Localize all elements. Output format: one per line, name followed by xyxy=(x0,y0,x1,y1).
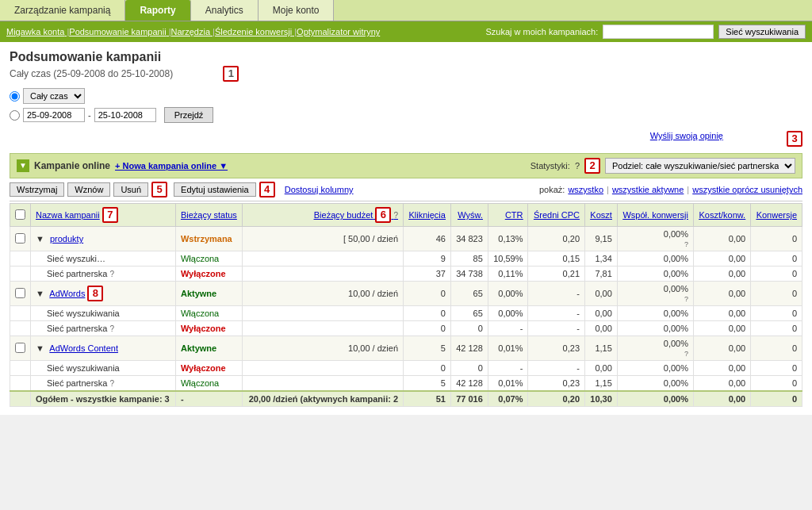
subrow-budget-cell xyxy=(243,306,404,321)
campaign-konw-cell: 0 xyxy=(751,336,802,361)
stats-help-icon[interactable]: ? xyxy=(575,161,580,171)
campaign-name-link[interactable]: AdWords xyxy=(49,289,85,298)
campaign-wk-cell: 0,00%? xyxy=(617,227,693,251)
show-not-deleted-link[interactable]: wszystkie oprócz usuniętych xyxy=(692,185,802,194)
tab-raporty[interactable]: Raporty xyxy=(125,0,190,21)
search-input[interactable] xyxy=(603,25,714,39)
opinion-link[interactable]: Wyślij swoją opinię xyxy=(650,131,723,147)
table-row: Sieć wyszukiwania Wyłączone 0 0 - - 0,00… xyxy=(10,361,802,376)
pause-button[interactable]: Wstrzymaj xyxy=(10,182,64,197)
subrow-ctr-cell: 10,59% xyxy=(488,251,528,267)
col-wysw[interactable]: Wyśw. xyxy=(450,204,488,227)
help-icon[interactable]: ? xyxy=(109,324,114,333)
subrow-status-cell: Włączona xyxy=(175,376,242,392)
col-status[interactable]: Bieżący status xyxy=(175,204,242,227)
edit-settings-button[interactable]: Edytuj ustawienia xyxy=(174,182,256,197)
status-badge: Włączona xyxy=(181,254,219,263)
subrow-cpc-cell: 0,23 xyxy=(528,376,585,392)
subrow-konw-cell: 0 xyxy=(751,267,802,282)
annotation-2: 2 xyxy=(584,158,600,174)
annotation-6: 6 xyxy=(375,207,391,223)
row-checkbox-cell xyxy=(10,336,31,361)
campaign-budget-cell: 10,00 / dzień xyxy=(243,336,404,361)
tab-analytics[interactable]: Analytics xyxy=(191,0,259,21)
col-konw[interactable]: Konwersje xyxy=(751,204,802,227)
campaign-budget-cell: [ 50,00 / dzień xyxy=(243,227,404,251)
sec-nav-link-migawka[interactable]: Migawka konta xyxy=(6,27,69,36)
help-icon[interactable]: ? xyxy=(109,270,114,278)
subrow-klik-cell: 37 xyxy=(404,267,451,282)
campaign-name-cell: ▼ AdWords 8 xyxy=(31,282,176,306)
date-start-input[interactable] xyxy=(23,108,85,122)
campaign-wysw-cell: 42 128 xyxy=(450,336,488,361)
subrow-ctr-cell: 0,00% xyxy=(488,306,528,321)
row-checkbox[interactable] xyxy=(15,288,25,298)
total-row: Ogółem - wszystkie kampanie: 3 - 20,00 /… xyxy=(10,391,802,407)
subrow-status-cell: Wyłączone xyxy=(175,361,242,376)
campaigns-table: Nazwa kampanii 7 Bieżący status Bieżący … xyxy=(10,203,802,407)
status-badge: Aktywne xyxy=(181,343,216,353)
subrow-konw-cell: 0 xyxy=(751,306,802,321)
campaign-name-link[interactable]: AdWords Content xyxy=(49,343,118,353)
stats-select[interactable]: Podziel: całe wyszukiwanie/sieć partners… xyxy=(605,158,795,174)
stats-label: Statystyki: xyxy=(530,161,570,171)
subrow-wk-cell: 0,00% xyxy=(617,321,693,336)
total-wysw-cell: 77 016 xyxy=(450,391,488,407)
campaign-koszt-cell: 0,00 xyxy=(585,282,618,306)
campaign-klik-cell: 0 xyxy=(404,282,451,306)
col-ctr[interactable]: CTR xyxy=(488,204,528,227)
date-end-input[interactable] xyxy=(94,108,156,122)
sec-nav-link-optymalizator[interactable]: Optymalizator witryny xyxy=(297,27,380,36)
subrow-name-cell: Sieć wyszuki… xyxy=(31,251,176,267)
subrow-koszt-cell: 1,15 xyxy=(585,376,618,392)
annotation-1: 1 xyxy=(223,66,239,82)
table-row: Sieć partnerska ? Wyłączone 0 0 - - 0,00… xyxy=(10,321,802,336)
subrow-budget-cell xyxy=(243,267,404,282)
search-button[interactable]: Sieć wyszukiwania xyxy=(718,25,806,39)
delete-button[interactable]: Usuń xyxy=(113,182,148,197)
secondary-nav: Migawka konta Podsumowanie kampanii Narz… xyxy=(0,21,812,42)
customize-columns-link[interactable]: Dostosuj kolumny xyxy=(285,185,354,194)
col-budget[interactable]: Bieżący budżet 6 ? xyxy=(243,204,404,227)
help-icon[interactable]: ? xyxy=(109,379,114,388)
budget-help-icon[interactable]: ? xyxy=(393,211,398,220)
row-checkbox[interactable] xyxy=(15,343,25,353)
sec-nav-link-narzedzia[interactable]: Narzędzia xyxy=(171,27,215,36)
campaign-ctr-cell: 0,00% xyxy=(488,282,528,306)
campaign-name-link[interactable]: produkty xyxy=(50,234,83,243)
total-klik-cell: 51 xyxy=(404,391,451,407)
search-section: Szukaj w moich kampaniach: Sieć wyszukiw… xyxy=(485,25,806,39)
tab-zarzadzanie[interactable]: Zarządzanie kampanią xyxy=(0,0,125,21)
top-nav: Zarządzanie kampanią Raporty Analytics M… xyxy=(0,0,812,21)
sec-nav-link-podsumowanie[interactable]: Podsumowanie kampanii xyxy=(69,27,170,36)
campaign-name-cell: ▼ AdWords Content xyxy=(31,336,176,361)
col-klik[interactable]: Kliknięcia xyxy=(404,204,451,227)
date-select[interactable]: Cały czas xyxy=(23,88,85,104)
date-option-custom[interactable]: - xyxy=(10,108,156,122)
table-header-row: Nazwa kampanii 7 Bieżący status Bieżący … xyxy=(10,204,802,227)
select-all-checkbox[interactable] xyxy=(15,209,25,220)
col-kk[interactable]: Koszt/konw. xyxy=(693,204,750,227)
col-wk[interactable]: Współ. konwersji xyxy=(617,204,693,227)
annotation-3: 3 xyxy=(787,131,802,147)
subrow-wk-cell: 0,00% xyxy=(617,267,693,282)
subrow-kk-cell: 0,00 xyxy=(693,267,750,282)
subrow-klik-cell: 0 xyxy=(404,321,451,336)
col-name[interactable]: Nazwa kampanii 7 xyxy=(31,204,176,227)
show-active-link[interactable]: wszystkie aktywne xyxy=(612,185,684,194)
subrow-klik-cell: 0 xyxy=(404,306,451,321)
row-checkbox[interactable] xyxy=(15,233,25,243)
campaign-status-cell: Aktywne xyxy=(175,282,242,306)
campaign-wk-cell: 0,00%? xyxy=(617,282,693,306)
tab-moje-konto[interactable]: Moje konto xyxy=(259,0,335,21)
col-cpc[interactable]: Średni CPC xyxy=(528,204,585,227)
show-all-link[interactable]: wszystko xyxy=(568,185,603,194)
date-option-alltime[interactable]: Cały czas xyxy=(10,88,85,104)
subrow-wysw-cell: 0 xyxy=(450,361,488,376)
resume-button[interactable]: Wznów xyxy=(67,182,110,197)
subrow-budget-cell xyxy=(243,251,404,267)
col-koszt[interactable]: Koszt xyxy=(585,204,618,227)
new-campaign-link[interactable]: + Nowa kampania online ▼ xyxy=(115,161,228,171)
sec-nav-link-sledzenie[interactable]: Śledzenie konwersji xyxy=(215,27,297,36)
go-button[interactable]: Przejdź xyxy=(164,107,214,123)
